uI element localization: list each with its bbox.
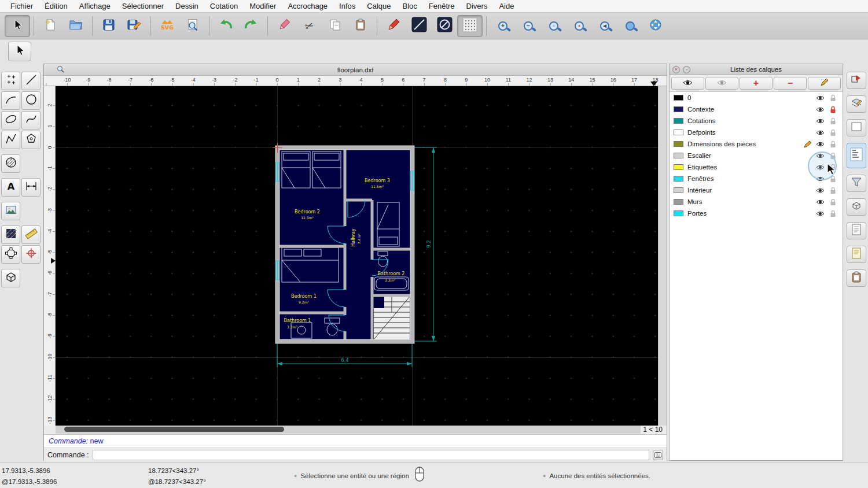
zoom-out-button[interactable]: − xyxy=(516,15,541,37)
layer-lock-icon[interactable] xyxy=(827,94,838,102)
layer-row[interactable]: Dimensions des pièces xyxy=(670,138,843,150)
layer-lock-icon[interactable] xyxy=(827,210,838,217)
image-tool-button[interactable] xyxy=(1,202,20,220)
layer-visibility-eye-icon[interactable] xyxy=(815,106,826,113)
menu-item[interactable]: Modifier xyxy=(244,0,282,12)
layer-row[interactable]: Cotations xyxy=(670,115,843,127)
zoom-previous-button[interactable]: ◄ xyxy=(592,15,617,37)
edit-layer-button[interactable] xyxy=(808,77,841,90)
menu-item[interactable]: Sélectionner xyxy=(116,0,170,12)
zoom-extents-button[interactable]: ▪ xyxy=(567,15,592,37)
copy-button[interactable] xyxy=(322,15,348,37)
hatch-circle-tool-button[interactable] xyxy=(1,154,20,173)
layer-row[interactable]: Intérieur xyxy=(670,184,843,196)
menu-item[interactable]: Dessin xyxy=(170,0,204,12)
layer-panel-header[interactable]: × ▫ Liste des calques xyxy=(670,64,843,75)
command-input[interactable] xyxy=(93,450,649,460)
menu-item[interactable]: Fichier xyxy=(5,0,39,12)
grid-toggle-button[interactable] xyxy=(457,15,483,37)
modify-tool-button[interactable] xyxy=(1,245,20,264)
print-preview-button[interactable] xyxy=(180,15,205,37)
dock-blank-panel-button[interactable] xyxy=(847,119,866,136)
ellipse-tool-button[interactable] xyxy=(1,111,20,130)
layer-visibility-eye-icon[interactable] xyxy=(815,187,826,194)
layer-visibility-eye-icon[interactable] xyxy=(815,130,826,136)
menu-item[interactable]: Bloc xyxy=(396,0,422,12)
measure-tool-button[interactable] xyxy=(21,225,41,244)
layer-visibility-eye-icon[interactable] xyxy=(815,95,826,101)
command-options-button[interactable] xyxy=(653,450,663,460)
dock-clipboard-button[interactable] xyxy=(847,269,866,287)
pen-attributes-button[interactable] xyxy=(406,15,432,37)
vertical-scrollbar[interactable] xyxy=(658,86,667,426)
snap-tool-button[interactable] xyxy=(21,245,41,264)
active-select-tool-button[interactable] xyxy=(8,42,31,61)
layer-lock-icon[interactable] xyxy=(827,106,838,113)
zoom-window-button[interactable]: ▫ xyxy=(541,15,567,37)
layer-lock-icon[interactable] xyxy=(827,187,838,194)
layer-lock-icon[interactable] xyxy=(827,129,838,136)
dock-layer-list-button[interactable] xyxy=(847,143,866,168)
open-file-button[interactable] xyxy=(63,15,89,37)
undo-button[interactable] xyxy=(213,15,238,37)
document-titlebar[interactable]: floorplan.dxf xyxy=(44,64,667,76)
new-file-button[interactable] xyxy=(38,15,63,37)
remove-layer-button[interactable]: − xyxy=(774,77,807,90)
menu-item[interactable]: Divers xyxy=(461,0,494,12)
dock-layer-edit-button[interactable] xyxy=(847,95,866,113)
erase-button[interactable] xyxy=(271,15,297,37)
menu-item[interactable]: Aide xyxy=(493,0,520,12)
dock-filter-button[interactable] xyxy=(847,175,866,192)
show-all-layers-button[interactable] xyxy=(671,77,704,90)
polygon-tool-button[interactable] xyxy=(21,131,41,149)
menu-item[interactable]: Accrochage xyxy=(282,0,333,12)
layer-row[interactable]: Murs xyxy=(670,196,843,208)
menu-item[interactable]: Calque xyxy=(361,0,396,12)
hatch-pattern-tool-button[interactable] xyxy=(1,225,20,244)
layer-visibility-eye-icon[interactable] xyxy=(815,118,826,124)
pen-button[interactable] xyxy=(381,15,406,37)
layer-lock-icon[interactable] xyxy=(827,198,838,206)
zoom-in-button[interactable]: + xyxy=(490,15,516,37)
dock-block-visibility-button[interactable] xyxy=(847,72,866,89)
menu-item[interactable]: Fenêtre xyxy=(423,0,461,12)
box-3d-tool-button[interactable] xyxy=(1,269,20,287)
dock-notes-button[interactable] xyxy=(847,246,866,263)
paste-button[interactable] xyxy=(348,15,373,37)
layer-lock-icon[interactable] xyxy=(827,117,838,125)
dock-command-log-button[interactable] xyxy=(847,222,866,239)
save-button[interactable] xyxy=(96,15,122,37)
dock-block-list-button[interactable] xyxy=(847,198,866,216)
layer-row[interactable]: 0 xyxy=(670,92,843,103)
h-scrollbar-thumb[interactable] xyxy=(64,427,284,432)
pen-off-button[interactable] xyxy=(432,15,457,37)
layer-row[interactable]: Contexte xyxy=(670,103,843,115)
arc-tool-button[interactable] xyxy=(1,91,20,110)
menu-item[interactable]: Affichage xyxy=(73,0,116,12)
redo-button[interactable] xyxy=(238,15,264,37)
menu-item[interactable]: Cotation xyxy=(204,0,244,12)
layer-visibility-eye-icon[interactable] xyxy=(815,141,826,147)
save-as-button[interactable] xyxy=(122,15,147,37)
select-tool-button[interactable] xyxy=(5,15,30,37)
layer-lock-icon[interactable] xyxy=(827,141,838,148)
line-tool-button[interactable] xyxy=(21,72,41,90)
text-tool-button[interactable]: A xyxy=(1,178,20,197)
menu-item[interactable]: Édition xyxy=(39,0,73,12)
layer-visibility-eye-icon[interactable] xyxy=(815,210,826,217)
layer-row[interactable]: Defpoints xyxy=(670,127,843,138)
layer-row[interactable]: Portes xyxy=(670,208,843,219)
circle-tool-button[interactable] xyxy=(21,91,41,110)
panel-undock-button[interactable]: ▫ xyxy=(683,66,690,73)
cut-button[interactable]: ✂ xyxy=(297,15,322,37)
polyline-tool-button[interactable] xyxy=(1,131,20,149)
menu-item[interactable]: Infos xyxy=(333,0,361,12)
svg-export-button[interactable]: SVG xyxy=(155,15,180,37)
points-tool-button[interactable] xyxy=(1,72,20,90)
pan-button[interactable] xyxy=(643,15,668,37)
dimension-tool-button[interactable] xyxy=(21,178,41,197)
layer-visibility-eye-icon[interactable] xyxy=(815,199,826,205)
add-layer-button[interactable]: + xyxy=(740,77,773,90)
hide-all-layers-button[interactable] xyxy=(705,77,738,90)
panel-close-button[interactable]: × xyxy=(672,66,680,73)
